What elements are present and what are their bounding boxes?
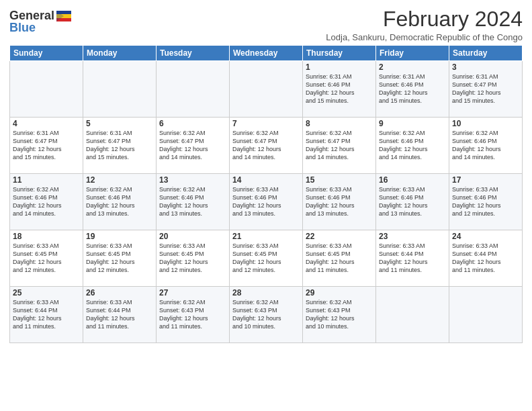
col-header-tuesday: Tuesday (157, 46, 230, 61)
col-header-sunday: Sunday (10, 46, 83, 61)
day-number: 23 (379, 232, 446, 241)
calendar-cell: 16Sunrise: 6:33 AMSunset: 6:46 PMDayligh… (376, 174, 449, 230)
calendar-cell: 5Sunrise: 6:31 AMSunset: 6:47 PMDaylight… (83, 118, 157, 174)
calendar-cell (10, 61, 83, 118)
day-number: 18 (13, 232, 80, 241)
calendar-cell: 8Sunrise: 6:32 AMSunset: 6:47 PMDaylight… (303, 118, 376, 174)
calendar-cell (230, 61, 303, 118)
logo: General Blue (9, 9, 71, 34)
calendar-cell: 18Sunrise: 6:33 AMSunset: 6:45 PMDayligh… (10, 230, 83, 287)
col-header-friday: Friday (376, 46, 449, 61)
day-info: Sunrise: 6:32 AMSunset: 6:43 PMDaylight:… (159, 298, 226, 331)
day-info: Sunrise: 6:31 AMSunset: 6:47 PMDaylight:… (452, 73, 519, 105)
day-info: Sunrise: 6:32 AMSunset: 6:47 PMDaylight:… (306, 129, 373, 162)
calendar-cell: 4Sunrise: 6:31 AMSunset: 6:47 PMDaylight… (10, 118, 83, 174)
day-info: Sunrise: 6:33 AMSunset: 6:46 PMDaylight:… (306, 185, 373, 218)
day-info: Sunrise: 6:31 AMSunset: 6:47 PMDaylight:… (86, 129, 153, 162)
calendar-cell: 24Sunrise: 6:33 AMSunset: 6:44 PMDayligh… (449, 230, 523, 287)
day-info: Sunrise: 6:33 AMSunset: 6:45 PMDaylight:… (232, 242, 300, 275)
day-number: 26 (86, 288, 153, 298)
day-number: 19 (86, 232, 153, 241)
day-number: 9 (379, 119, 446, 128)
calendar-cell: 19Sunrise: 6:33 AMSunset: 6:45 PMDayligh… (83, 230, 157, 287)
page: General Blue February 2024 Lodja, Sankur… (0, 0, 532, 411)
calendar-cell (83, 61, 157, 118)
week-row-1: 1Sunrise: 6:31 AMSunset: 6:46 PMDaylight… (10, 61, 523, 118)
day-info: Sunrise: 6:32 AMSunset: 6:43 PMDaylight:… (232, 298, 300, 331)
calendar-cell: 17Sunrise: 6:33 AMSunset: 6:46 PMDayligh… (449, 174, 523, 230)
week-row-3: 11Sunrise: 6:32 AMSunset: 6:46 PMDayligh… (10, 174, 523, 230)
day-number: 22 (306, 232, 373, 241)
day-number: 25 (13, 288, 80, 298)
calendar-cell: 21Sunrise: 6:33 AMSunset: 6:45 PMDayligh… (230, 230, 303, 287)
day-info: Sunrise: 6:31 AMSunset: 6:46 PMDaylight:… (306, 73, 373, 105)
calendar-cell: 25Sunrise: 6:33 AMSunset: 6:44 PMDayligh… (10, 287, 83, 343)
day-info: Sunrise: 6:32 AMSunset: 6:47 PMDaylight:… (232, 129, 300, 162)
calendar-cell: 2Sunrise: 6:31 AMSunset: 6:46 PMDaylight… (376, 61, 449, 118)
day-info: Sunrise: 6:31 AMSunset: 6:47 PMDaylight:… (13, 129, 80, 162)
day-number: 13 (159, 175, 226, 185)
col-header-saturday: Saturday (449, 46, 523, 61)
logo-general-text: General (9, 9, 54, 21)
calendar-cell: 15Sunrise: 6:33 AMSunset: 6:46 PMDayligh… (303, 174, 376, 230)
calendar-cell: 28Sunrise: 6:32 AMSunset: 6:43 PMDayligh… (230, 287, 303, 343)
calendar-cell: 26Sunrise: 6:33 AMSunset: 6:44 PMDayligh… (83, 287, 157, 343)
day-info: Sunrise: 6:32 AMSunset: 6:46 PMDaylight:… (379, 129, 446, 162)
day-number: 12 (86, 175, 153, 185)
day-number: 15 (306, 175, 373, 185)
logo-flag-icon (56, 11, 71, 21)
day-number: 4 (13, 119, 80, 128)
day-number: 21 (232, 232, 300, 241)
logo-blue-text: Blue (9, 21, 36, 34)
calendar-cell: 20Sunrise: 6:33 AMSunset: 6:45 PMDayligh… (157, 230, 230, 287)
col-header-wednesday: Wednesday (230, 46, 303, 61)
day-number: 24 (452, 232, 519, 241)
calendar-header-row: Sunday Monday Tuesday Wednesday Thursday… (10, 46, 523, 61)
day-number: 2 (379, 62, 446, 72)
day-number: 8 (306, 119, 373, 128)
day-number: 7 (232, 119, 300, 128)
day-info: Sunrise: 6:33 AMSunset: 6:44 PMDaylight:… (13, 298, 80, 331)
day-number: 11 (13, 175, 80, 185)
calendar-table: Sunday Monday Tuesday Wednesday Thursday… (9, 45, 523, 343)
calendar-cell: 7Sunrise: 6:32 AMSunset: 6:47 PMDaylight… (230, 118, 303, 174)
week-row-4: 18Sunrise: 6:33 AMSunset: 6:45 PMDayligh… (10, 230, 523, 287)
day-number: 29 (306, 288, 373, 298)
day-number: 20 (159, 232, 226, 241)
day-info: Sunrise: 6:33 AMSunset: 6:45 PMDaylight:… (159, 242, 226, 275)
calendar-cell: 22Sunrise: 6:33 AMSunset: 6:45 PMDayligh… (303, 230, 376, 287)
calendar-cell: 10Sunrise: 6:32 AMSunset: 6:46 PMDayligh… (449, 118, 523, 174)
week-row-5: 25Sunrise: 6:33 AMSunset: 6:44 PMDayligh… (10, 287, 523, 343)
day-info: Sunrise: 6:31 AMSunset: 6:46 PMDaylight:… (379, 73, 446, 105)
day-info: Sunrise: 6:32 AMSunset: 6:46 PMDaylight:… (159, 185, 226, 218)
week-row-2: 4Sunrise: 6:31 AMSunset: 6:47 PMDaylight… (10, 118, 523, 174)
month-title: February 2024 (326, 7, 523, 32)
day-info: Sunrise: 6:33 AMSunset: 6:45 PMDaylight:… (86, 242, 153, 275)
day-number: 27 (159, 288, 226, 298)
day-info: Sunrise: 6:32 AMSunset: 6:46 PMDaylight:… (452, 129, 519, 162)
calendar-cell (376, 287, 449, 343)
col-header-thursday: Thursday (303, 46, 376, 61)
day-info: Sunrise: 6:33 AMSunset: 6:45 PMDaylight:… (13, 242, 80, 275)
day-info: Sunrise: 6:32 AMSunset: 6:43 PMDaylight:… (306, 298, 373, 331)
col-header-monday: Monday (83, 46, 157, 61)
subtitle: Lodja, Sankuru, Democratic Republic of t… (326, 32, 523, 42)
calendar-cell: 27Sunrise: 6:32 AMSunset: 6:43 PMDayligh… (157, 287, 230, 343)
calendar-cell: 3Sunrise: 6:31 AMSunset: 6:47 PMDaylight… (449, 61, 523, 118)
day-info: Sunrise: 6:32 AMSunset: 6:47 PMDaylight:… (159, 129, 226, 162)
calendar-cell: 29Sunrise: 6:32 AMSunset: 6:43 PMDayligh… (303, 287, 376, 343)
day-number: 17 (452, 175, 519, 185)
calendar-cell: 13Sunrise: 6:32 AMSunset: 6:46 PMDayligh… (157, 174, 230, 230)
day-info: Sunrise: 6:33 AMSunset: 6:44 PMDaylight:… (379, 242, 446, 275)
day-info: Sunrise: 6:33 AMSunset: 6:46 PMDaylight:… (379, 185, 446, 218)
calendar-cell: 9Sunrise: 6:32 AMSunset: 6:46 PMDaylight… (376, 118, 449, 174)
day-number: 1 (306, 62, 373, 72)
calendar-cell: 11Sunrise: 6:32 AMSunset: 6:46 PMDayligh… (10, 174, 83, 230)
day-number: 3 (452, 62, 519, 72)
day-number: 14 (232, 175, 300, 185)
day-info: Sunrise: 6:32 AMSunset: 6:46 PMDaylight:… (13, 185, 80, 218)
calendar-cell (157, 61, 230, 118)
day-info: Sunrise: 6:32 AMSunset: 6:46 PMDaylight:… (86, 185, 153, 218)
calendar-cell: 14Sunrise: 6:33 AMSunset: 6:46 PMDayligh… (230, 174, 303, 230)
day-number: 5 (86, 119, 153, 128)
